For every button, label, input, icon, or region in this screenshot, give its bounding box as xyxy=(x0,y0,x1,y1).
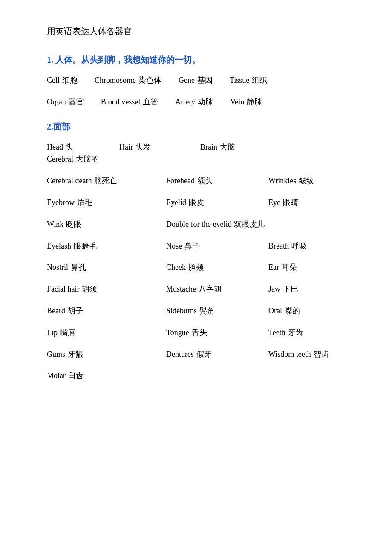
vocab-dentures: Dentures 假牙 xyxy=(166,348,251,361)
vocab-hair: Hair 头发 xyxy=(119,141,183,153)
vocab-forehead: Forehead 额头 xyxy=(166,175,251,187)
section2-row-1: Head 头 Hair 头发 Brain 大脑 Cerebral 大脑的 xyxy=(47,141,349,166)
vocab-molar: Molar 臼齿 xyxy=(47,370,84,382)
section2-row-11: Molar 臼齿 xyxy=(47,370,349,382)
section1-row-1: Cell 细胞 Chromosome 染色体 Gene 基因 Tissue 组织 xyxy=(47,74,349,87)
vocab-oral: Oral 嘴的 xyxy=(268,305,300,317)
vocab-teeth: Teeth 牙齿 xyxy=(268,327,303,339)
vocab-jaw: Jaw 下巴 xyxy=(268,283,298,295)
section2-row-10: Gums 牙龈 Dentures 假牙 Wisdom teeth 智齿 xyxy=(47,348,349,361)
vocab-cell: Cell 细胞 xyxy=(47,74,78,87)
vocab-breath: Breath 呼吸 xyxy=(268,240,307,252)
vocab-ear: Ear 耳朵 xyxy=(268,261,297,274)
vocab-cerebral-death: Cerebral death 脑死亡 xyxy=(47,175,149,187)
vocab-head: Head 头 xyxy=(47,141,102,153)
vocab-tongue: Tongue 舌头 xyxy=(166,327,251,339)
page-title: 用英语表达人体各器官 xyxy=(47,26,349,37)
vocab-organ: Organ 器官 xyxy=(47,96,84,108)
section2-row-5: Eyelash 眼睫毛 Nose 鼻子 Breath 呼吸 xyxy=(47,240,349,252)
vocab-sideburns: Sideburns 鬓角 xyxy=(166,305,251,317)
section2-row-2: Cerebral death 脑死亡 Forehead 额头 Wrinkles … xyxy=(47,175,349,187)
vocab-eyebrow: Eyebrow 眉毛 xyxy=(47,197,149,209)
vocab-wisdom-teeth: Wisdom teeth 智齿 xyxy=(268,348,329,361)
vocab-cheek: Cheek 脸颊 xyxy=(166,261,251,274)
vocab-lip: Lip 嘴唇 xyxy=(47,327,149,339)
vocab-eye: Eye 眼睛 xyxy=(268,197,298,209)
vocab-beard: Beard 胡子 xyxy=(47,305,149,317)
vocab-facial-hair: Facial hair 胡须 xyxy=(47,283,149,295)
vocab-eyelid: Eyelid 眼皮 xyxy=(166,197,251,209)
vocab-tissue: Tissue 组织 xyxy=(230,74,267,87)
vocab-brain: Brain 大脑 xyxy=(200,141,273,153)
vocab-wink: Wink 眨眼 xyxy=(47,218,149,231)
vocab-double-eyelid: Double for the eyelid 双眼皮儿 xyxy=(166,218,265,231)
section2-row-6: Nostril 鼻孔 Cheek 脸颊 Ear 耳朵 xyxy=(47,261,349,274)
section2-heading: 2.面部 xyxy=(47,121,349,133)
section2-row-3: Eyebrow 眉毛 Eyelid 眼皮 Eye 眼睛 xyxy=(47,197,349,209)
section2-row-4: Wink 眨眼 Double for the eyelid 双眼皮儿 xyxy=(47,218,349,231)
section1-heading: 1. 人体。从头到脚，我想知道你的一切。 xyxy=(47,54,349,66)
vocab-eyelash: Eyelash 眼睫毛 xyxy=(47,240,149,252)
vocab-gums: Gums 牙龈 xyxy=(47,348,149,361)
section2-row-9: Lip 嘴唇 Tongue 舌头 Teeth 牙齿 xyxy=(47,327,349,339)
vocab-artery: Artery 动脉 xyxy=(175,96,213,108)
vocab-blood-vessel: Blood vessel 血管 xyxy=(101,96,159,108)
section2-row-8: Beard 胡子 Sideburns 鬓角 Oral 嘴的 xyxy=(47,305,349,317)
vocab-mustache: Mustache 八字胡 xyxy=(166,283,251,295)
vocab-vein: Vein 静脉 xyxy=(230,96,262,108)
vocab-nostril: Nostril 鼻孔 xyxy=(47,261,149,274)
vocab-wrinkles: Wrinkles 皱纹 xyxy=(268,175,314,187)
vocab-nose: Nose 鼻子 xyxy=(166,240,251,252)
section1-row-2: Organ 器官 Blood vessel 血管 Artery 动脉 Vein … xyxy=(47,96,349,108)
vocab-cerebral: Cerebral 大脑的 xyxy=(47,153,99,165)
section2-row-7: Facial hair 胡须 Mustache 八字胡 Jaw 下巴 xyxy=(47,283,349,295)
vocab-chromosome: Chromosome 染色体 xyxy=(95,74,161,87)
vocab-gene: Gene 基因 xyxy=(179,74,213,87)
